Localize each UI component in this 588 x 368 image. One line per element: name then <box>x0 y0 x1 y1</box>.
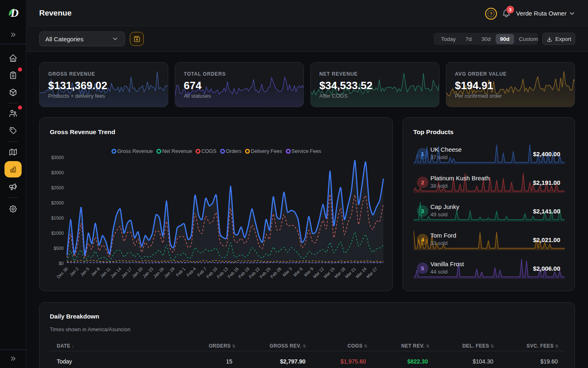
svg-text:Feb 4: Feb 4 <box>185 266 197 278</box>
svg-text:$500: $500 <box>54 246 64 251</box>
svg-text:Mar 6: Mar 6 <box>292 266 304 278</box>
svg-text:$2000: $2000 <box>51 200 64 205</box>
svg-text:Jan 26: Jan 26 <box>152 266 165 279</box>
svg-text:Mar 3: Mar 3 <box>282 266 293 278</box>
svg-text:Mar 27: Mar 27 <box>365 266 378 279</box>
svg-text:Jan 17: Jan 17 <box>120 266 133 279</box>
svg-text:Feb 19: Feb 19 <box>237 266 250 279</box>
svg-text:Jan 11: Jan 11 <box>99 266 111 278</box>
svg-text:Jan 14: Jan 14 <box>109 266 122 279</box>
svg-text:Feb 10: Feb 10 <box>205 266 218 279</box>
svg-text:$0: $0 <box>59 261 64 266</box>
svg-text:Jan 5: Jan 5 <box>79 266 90 277</box>
svg-text:D: D <box>10 7 19 19</box>
svg-text:Mar 15: Mar 15 <box>323 266 336 279</box>
svg-text:Mar 21: Mar 21 <box>344 266 357 279</box>
svg-text:Jan 23: Jan 23 <box>142 266 154 279</box>
svg-text:Jan 2: Jan 2 <box>69 266 80 277</box>
svg-text:Dec 30: Dec 30 <box>56 266 69 279</box>
svg-text:Mar 18: Mar 18 <box>333 266 346 279</box>
svg-text:$3000: $3000 <box>51 170 64 175</box>
svg-text:Feb 13: Feb 13 <box>216 266 229 279</box>
svg-text:$1000: $1000 <box>51 231 64 236</box>
svg-text:Feb 16: Feb 16 <box>227 266 240 279</box>
svg-text:$1500: $1500 <box>51 215 64 220</box>
svg-text:Feb 28: Feb 28 <box>269 266 282 279</box>
svg-text:$3500: $3500 <box>51 155 64 160</box>
svg-text:Jan 20: Jan 20 <box>131 266 144 279</box>
svg-text:Feb 22: Feb 22 <box>248 266 261 279</box>
svg-text:$2500: $2500 <box>51 185 64 190</box>
svg-text:Feb 25: Feb 25 <box>258 266 272 279</box>
svg-text:Jan 29: Jan 29 <box>163 266 176 279</box>
svg-text:Mar 24: Mar 24 <box>354 266 368 279</box>
svg-text:Feb 1: Feb 1 <box>175 266 186 278</box>
svg-text:Mar 12: Mar 12 <box>312 266 325 279</box>
